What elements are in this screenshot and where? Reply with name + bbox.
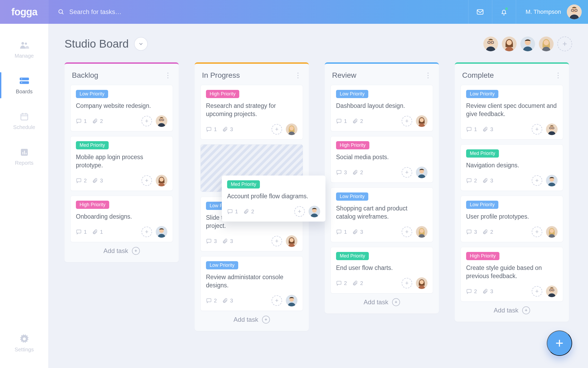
assignee-avatar[interactable] <box>546 175 558 186</box>
member-avatar[interactable] <box>502 36 517 51</box>
sidebar-item-boards[interactable]: Boards <box>0 67 48 103</box>
assignee-avatar[interactable] <box>309 206 320 217</box>
comments-metric[interactable]: 1 <box>466 126 477 132</box>
card-add-button[interactable]: + <box>402 227 412 237</box>
attachments-metric[interactable]: 3 <box>222 298 233 304</box>
assignee-avatar[interactable] <box>156 175 167 186</box>
assignee-avatar[interactable] <box>156 226 167 238</box>
task-card[interactable]: Low Priority User profile prototypes. 3 … <box>461 196 563 242</box>
attachments-metric[interactable]: 3 <box>482 126 493 132</box>
sidebar-item-manage[interactable]: Manage <box>0 32 48 67</box>
attachments-metric[interactable]: 1 <box>92 229 103 235</box>
assignee-avatar[interactable] <box>546 226 558 238</box>
column-menu-button[interactable]: ⋮ <box>555 71 562 80</box>
column-menu-button[interactable]: ⋮ <box>295 71 301 80</box>
card-add-button[interactable]: + <box>532 175 542 186</box>
sidebar-item-reports[interactable]: Reports <box>0 139 48 174</box>
task-card[interactable]: Med Priority Mobile app login process pr… <box>70 136 173 191</box>
svg-point-14 <box>25 43 27 45</box>
attachments-metric[interactable]: 2 <box>352 280 363 286</box>
dragging-card[interactable]: Med PriorityAccount profile flow diagram… <box>222 176 325 222</box>
fab-new[interactable]: + <box>547 330 572 356</box>
card-add-button[interactable]: + <box>272 124 282 135</box>
comments-metric[interactable]: 2 <box>336 280 347 286</box>
user-menu[interactable]: M. Thompson <box>516 0 588 24</box>
comments-metric[interactable]: 2 <box>466 178 477 184</box>
attachments-metric[interactable]: 3 <box>352 229 363 235</box>
brand-cell[interactable]: fogga <box>0 0 49 24</box>
task-card[interactable]: Low Priority Review administator console… <box>200 256 303 311</box>
task-card[interactable]: Low Priority Company website redesign. 1… <box>70 85 173 131</box>
inbox-button[interactable] <box>468 0 492 24</box>
assignee-avatar[interactable] <box>286 235 297 247</box>
comments-metric[interactable]: 3 <box>206 238 217 244</box>
assignee-avatar[interactable] <box>286 123 297 135</box>
card-add-button[interactable]: + <box>532 286 542 297</box>
card-add-button[interactable]: + <box>294 206 305 217</box>
add-task-button[interactable]: Add task + <box>70 247 173 255</box>
comments-metric[interactable]: 1 <box>227 209 238 215</box>
card-add-button[interactable]: + <box>141 116 152 126</box>
assignee-avatar[interactable] <box>156 115 167 127</box>
assignee-avatar[interactable] <box>416 277 428 289</box>
task-card[interactable]: Low Priority Review client spec document… <box>461 85 563 140</box>
comments-metric[interactable]: 2 <box>76 178 87 184</box>
assignee-avatar[interactable] <box>546 123 558 135</box>
card-add-button[interactable]: + <box>402 278 412 288</box>
add-task-button[interactable]: Add task + <box>461 306 563 314</box>
sidebar-item-settings[interactable]: Settings <box>0 325 48 361</box>
card-add-button[interactable]: + <box>141 175 152 186</box>
column-menu-button[interactable]: ⋮ <box>164 71 171 80</box>
member-avatar[interactable] <box>539 36 554 51</box>
attachments-metric[interactable]: 2 <box>352 169 363 176</box>
assignee-avatar[interactable] <box>416 167 428 178</box>
task-card[interactable]: Med Priority End user flow charts. 2 2 + <box>330 247 433 293</box>
task-card[interactable]: High Priority Onboarding designs. 1 1 + <box>70 196 173 242</box>
card-add-button[interactable]: + <box>402 116 412 126</box>
comments-metric[interactable]: 1 <box>336 229 347 235</box>
card-add-button[interactable]: + <box>532 227 542 237</box>
assignee-avatar[interactable] <box>416 115 428 127</box>
board-menu-dropdown[interactable] <box>134 37 148 51</box>
task-card[interactable]: High Priority Create style guide based o… <box>461 247 563 302</box>
sidebar-item-schedule[interactable]: Schedule <box>0 103 48 139</box>
card-add-button[interactable]: + <box>532 124 542 135</box>
attachments-metric[interactable]: 2 <box>482 229 493 235</box>
comments-metric[interactable]: 2 <box>466 288 477 295</box>
assignee-avatar[interactable] <box>416 226 428 238</box>
add-task-button[interactable]: Add task + <box>330 298 433 306</box>
task-card[interactable]: Low Priority Dashboard layout design. 1 … <box>330 85 433 131</box>
card-add-button[interactable]: + <box>272 236 282 246</box>
comments-metric[interactable]: 1 <box>76 229 87 235</box>
comments-metric[interactable]: 2 <box>206 298 217 304</box>
attachments-metric[interactable]: 3 <box>222 238 233 244</box>
attachments-metric[interactable]: 3 <box>92 178 103 184</box>
search-input[interactable] <box>69 8 254 16</box>
card-add-button[interactable]: + <box>141 227 152 237</box>
assignee-avatar[interactable] <box>546 286 558 297</box>
member-avatar[interactable] <box>520 36 535 51</box>
comments-metric[interactable]: 3 <box>466 229 477 235</box>
attachments-metric[interactable]: 2 <box>92 118 103 124</box>
task-card[interactable]: High Priority Social media posts. 3 2 + <box>330 136 433 183</box>
assignee-avatar[interactable] <box>286 295 297 306</box>
attachments-metric[interactable]: 2 <box>243 209 254 215</box>
comments-metric[interactable]: 1 <box>76 118 87 124</box>
member-avatar[interactable] <box>483 36 498 51</box>
notifications-button[interactable] <box>492 0 516 24</box>
column-menu-button[interactable]: ⋮ <box>425 71 431 80</box>
comments-metric[interactable]: 1 <box>336 118 347 124</box>
task-card[interactable]: Low Priority Shopping cart and product c… <box>330 187 433 242</box>
attachments-metric[interactable]: 3 <box>482 288 493 295</box>
card-add-button[interactable]: + <box>402 167 412 178</box>
card-add-button[interactable]: + <box>272 295 282 306</box>
comments-metric[interactable]: 3 <box>336 169 347 176</box>
add-member-button[interactable]: + <box>557 36 572 51</box>
task-card[interactable]: Med Priority Navigation designs. 2 3 + <box>461 144 563 191</box>
attachments-metric[interactable]: 3 <box>222 126 233 132</box>
add-task-button[interactable]: Add task + <box>200 316 303 324</box>
attachments-metric[interactable]: 3 <box>482 178 493 184</box>
attachments-metric[interactable]: 2 <box>352 118 363 124</box>
task-card[interactable]: High Priority Research and strategy for … <box>200 85 303 140</box>
comments-metric[interactable]: 1 <box>206 126 217 132</box>
